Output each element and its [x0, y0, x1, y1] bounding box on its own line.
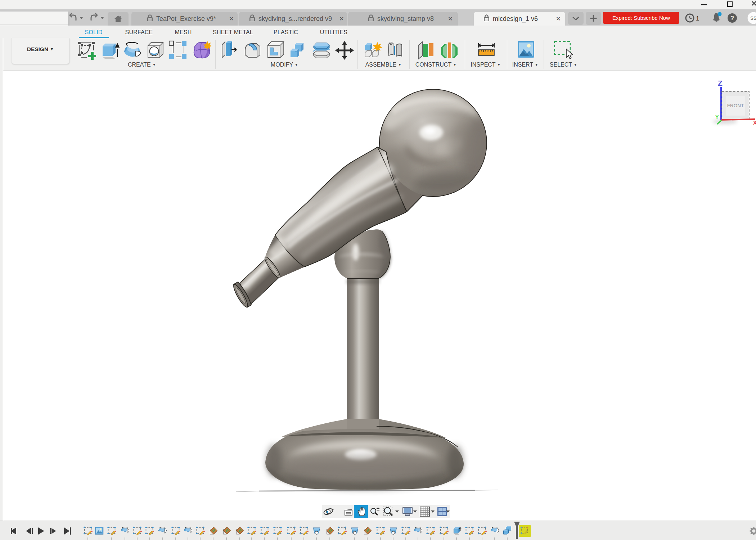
- svg-text:?: ?: [730, 15, 734, 22]
- svg-text:SS: SS: [750, 15, 756, 21]
- svg-text:1: 1: [696, 15, 699, 22]
